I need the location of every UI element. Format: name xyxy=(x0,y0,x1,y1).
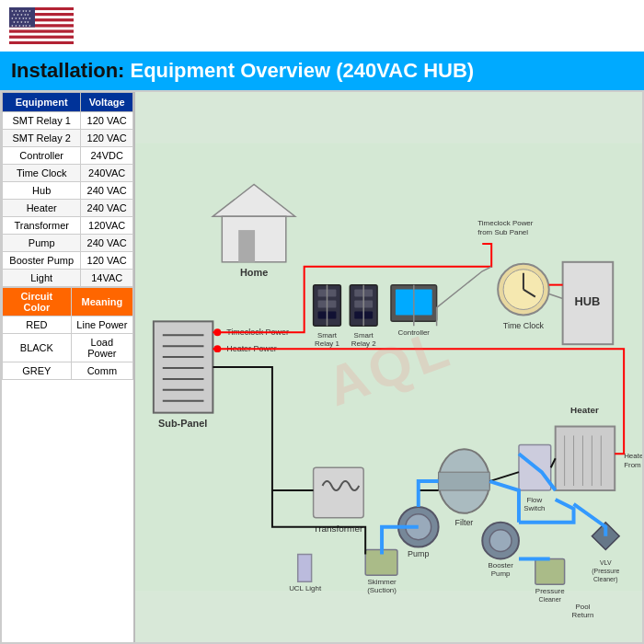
table-row: Controller24VDC xyxy=(3,147,133,165)
main-content: Equipment Voltage SMT Relay 1120 VACSMT … xyxy=(0,90,644,644)
equipment-cell: Pump xyxy=(3,235,81,252)
svg-text:from Sub Panel: from Sub Panel xyxy=(477,228,528,236)
title-rest: Equipment Overview (240VAC HUB) xyxy=(130,59,474,83)
svg-text:Cleaner: Cleaner xyxy=(539,596,562,603)
table-row: Pump240 VAC xyxy=(3,235,133,252)
meaning-header: Meaning xyxy=(71,288,132,316)
circuit-row: GREYComm xyxy=(3,362,133,380)
voltage-cell: 240VAC xyxy=(81,165,133,182)
table-row: Hub240 VAC xyxy=(3,182,133,200)
svg-rect-12 xyxy=(9,41,74,44)
left-table: Equipment Voltage SMT Relay 1120 VACSMT … xyxy=(2,92,135,642)
svg-text:★ ★ ★ ★ ★ ★: ★ ★ ★ ★ ★ ★ xyxy=(11,24,31,28)
circuit-meaning-cell: Line Power xyxy=(71,316,132,334)
transformer: Transformer xyxy=(314,467,364,533)
table-row: Light14VAC xyxy=(3,270,133,287)
table-row: Transformer120VAC xyxy=(3,217,133,235)
table-row: SMT Relay 2120 VAC xyxy=(3,130,133,147)
svg-point-82 xyxy=(489,530,512,552)
circuit-color-cell: BLACK xyxy=(3,334,72,362)
voltage-cell: 240 VAC xyxy=(81,235,133,252)
page-wrapper: ★ ★ ★ ★ ★ ★ ★ ★ ★ ★ ★ ★ ★ ★ ★ ★ ★ ★ ★ ★ … xyxy=(0,0,644,644)
svg-rect-7 xyxy=(9,28,74,30)
svg-rect-61 xyxy=(314,467,364,518)
table-row: Time Clock240VAC xyxy=(3,165,133,182)
sub-panel: Sub-Panel xyxy=(154,321,213,428)
circuit-meaning-cell: Comm xyxy=(71,362,132,380)
equipment-cell: SMT Relay 1 xyxy=(3,112,81,130)
skimmer: Skimmer (Suction) xyxy=(365,550,397,595)
voltage-cell: 24VDC xyxy=(81,147,133,165)
svg-text:Smart: Smart xyxy=(354,331,374,339)
svg-text:Time Clock: Time Clock xyxy=(503,321,545,330)
circuit-meaning-cell: Load Power xyxy=(71,334,132,362)
table-row: SMT Relay 1120 VAC xyxy=(3,112,133,130)
svg-text:Smart: Smart xyxy=(317,331,338,339)
svg-text:Sub-Panel: Sub-Panel xyxy=(158,418,207,429)
svg-text:Skimmer: Skimmer xyxy=(367,578,397,586)
diagram-area: AQL Home xyxy=(135,92,642,642)
voltage-cell: 240 VAC xyxy=(81,200,133,217)
svg-text:Booster: Booster xyxy=(488,561,513,569)
voltage-cell: 120 VAC xyxy=(81,130,133,147)
title-bar: Installation: Equipment Overview (240VAC… xyxy=(0,52,644,90)
svg-text:(Suction): (Suction) xyxy=(367,586,397,594)
svg-rect-11 xyxy=(9,39,74,41)
svg-text:Controller: Controller xyxy=(398,328,431,337)
top-bar: ★ ★ ★ ★ ★ ★ ★ ★ ★ ★ ★ ★ ★ ★ ★ ★ ★ ★ ★ ★ … xyxy=(0,0,644,52)
svg-text:Filter: Filter xyxy=(454,518,473,527)
voltage-cell: 120 VAC xyxy=(81,252,133,270)
circuit-color-cell: GREY xyxy=(3,362,72,380)
table-row: Heater240 VAC xyxy=(3,200,133,217)
svg-text:Cleaner): Cleaner) xyxy=(593,576,618,583)
pool-return: Pool Return xyxy=(572,603,594,619)
circuit-row: REDLine Power xyxy=(3,316,133,334)
equipment-cell: Controller xyxy=(3,147,81,165)
equipment-cell: Light xyxy=(3,270,81,287)
svg-rect-8 xyxy=(9,30,74,33)
equipment-table: Equipment Voltage SMT Relay 1120 VACSMT … xyxy=(2,92,133,287)
voltage-header: Voltage xyxy=(81,93,133,112)
svg-text:(Pressure: (Pressure xyxy=(592,568,619,575)
svg-rect-10 xyxy=(9,36,74,39)
equipment-cell: Hub xyxy=(3,182,81,200)
svg-text:Heater Power: Heater Power xyxy=(624,452,642,460)
voltage-cell: 120VAC xyxy=(81,217,133,235)
svg-rect-22 xyxy=(238,230,255,262)
svg-rect-88 xyxy=(535,558,565,584)
voltage-cell: 14VAC xyxy=(81,270,133,287)
svg-text:Home: Home xyxy=(240,267,268,278)
svg-text:Timeclock Power: Timeclock Power xyxy=(477,219,533,227)
svg-text:Relay 1: Relay 1 xyxy=(315,339,339,348)
svg-text:Transformer: Transformer xyxy=(314,523,363,534)
equipment-cell: Heater xyxy=(3,200,81,217)
circuit-color-header: Circuit Color xyxy=(3,288,72,316)
equipment-cell: Booster Pump xyxy=(3,252,81,270)
svg-text:Switch: Switch xyxy=(523,504,545,512)
hub-box: HUB xyxy=(563,262,614,344)
svg-text:Pump: Pump xyxy=(491,569,511,578)
svg-text:Pump: Pump xyxy=(408,549,429,558)
time-clock: Time Clock xyxy=(498,264,549,330)
voltage-cell: 120 VAC xyxy=(81,112,133,130)
svg-rect-9 xyxy=(9,33,74,36)
svg-text:UCL Light: UCL Light xyxy=(289,584,322,592)
us-flag-icon: ★ ★ ★ ★ ★ ★ ★ ★ ★ ★ ★ ★ ★ ★ ★ ★ ★ ★ ★ ★ … xyxy=(9,7,74,44)
equipment-cell: Time Clock xyxy=(3,165,81,182)
svg-text:Flow: Flow xyxy=(526,496,542,504)
svg-text:Pressure: Pressure xyxy=(535,587,565,595)
svg-text:Relay 2: Relay 2 xyxy=(351,339,376,348)
equipment-header: Equipment xyxy=(3,93,81,112)
diagram-svg: Home Sub-Panel Timeclock Power xyxy=(135,92,642,642)
equipment-cell: Transformer xyxy=(3,217,81,235)
svg-text:VLV: VLV xyxy=(600,559,612,566)
circuit-table: Circuit Color Meaning REDLine PowerBLACK… xyxy=(2,287,133,380)
svg-text:HUB: HUB xyxy=(574,294,600,308)
svg-text:Heater: Heater xyxy=(570,405,599,415)
title-installation: Installation: xyxy=(11,59,124,83)
svg-text:Return: Return xyxy=(572,611,594,619)
table-row: Booster Pump120 VAC xyxy=(3,252,133,270)
svg-text:Pool: Pool xyxy=(576,603,591,611)
pressure-cleaner: Pressure Cleaner xyxy=(535,558,565,603)
circuit-color-cell: RED xyxy=(3,316,72,334)
